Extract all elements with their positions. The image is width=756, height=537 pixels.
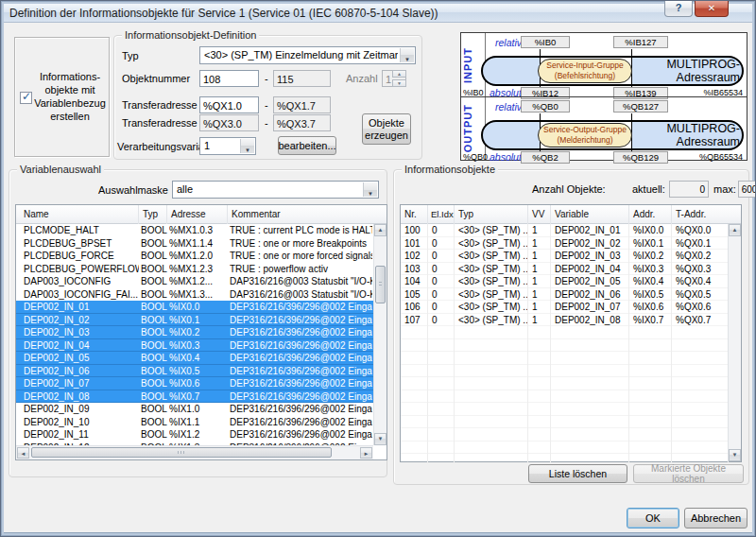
column-header-kommentar[interactable]: Kommentar [228, 205, 373, 224]
column-header-taddr[interactable]: T-Addr. [672, 205, 729, 224]
objekte-table-vscrollbar[interactable]: ▲ ▼ [728, 224, 741, 461]
transfer-rel-from-input[interactable]: %QX1.0 [199, 96, 259, 113]
cell-empty [551, 352, 629, 365]
cell-typ: <30> (SP_TM) ... [455, 224, 528, 237]
diagram-output-section: OUTPUT Service-Output-Gruppe (Meldericht… [461, 96, 747, 160]
cell-empty [629, 428, 672, 442]
cell-empty [629, 365, 672, 378]
objekt-row[interactable]: 1040<30> (SP_TM) ...1DEP002_IN_05%IX0.4%… [401, 275, 729, 288]
typ-dropdown-button[interactable]: ▼ [400, 48, 414, 62]
cell-empty [401, 365, 428, 378]
variable-table-vscrollbar[interactable]: ▲ ▼ [373, 224, 387, 445]
objekte-table-header: Nr. El.Idx. Typ VV Variable Addr. T-Addr… [401, 205, 741, 224]
column-header-nr[interactable]: Nr. [401, 205, 428, 224]
objekt-row[interactable]: 1060<30> (SP_TM) ...1DEP002_IN_07%IX0.6%… [401, 301, 729, 314]
objekte-erzeugen-button[interactable]: Objekte erzeugen [362, 113, 411, 145]
column-header-typ[interactable]: Typ [455, 205, 528, 224]
variable-row[interactable]: DEP002_IN_05BOOL%IX0.4DEP316/216/396/296… [16, 352, 373, 365]
cell-typ: BOOL [141, 263, 168, 276]
cell-kommentar: DAP316/216@003 Statusbit "I/O-Ko. [230, 275, 372, 288]
variable-row[interactable]: DEP002_IN_03BOOL%IX0.2DEP316/216/396/296… [16, 326, 373, 339]
variable-row[interactable]: DEP002_IN_06BOOL%IX0.5DEP316/216/396/296… [16, 365, 373, 378]
cell-adresse: %IX0.4 [169, 352, 228, 365]
objekt-row[interactable]: 1050<30> (SP_TM) ...1DEP002_IN_06%IX0.5%… [401, 288, 729, 302]
cell-empty [551, 416, 629, 429]
vv-dropdown-button[interactable]: ▼ [240, 139, 254, 153]
scroll-right-icon[interactable]: ► [360, 447, 372, 459]
cell-typ: BOOL [141, 416, 168, 429]
vscroll-thumb[interactable] [375, 266, 386, 303]
objekt-row[interactable]: 1020<30> (SP_TM) ...1DEP002_IN_03%IX0.2%… [401, 250, 729, 263]
variable-row[interactable]: DEP002_IN_07BOOL%IX0.6DEP316/216/396/296… [16, 377, 373, 390]
vv-combobox[interactable]: 1 ▼ [199, 137, 256, 155]
objekt-row[interactable]: 1030<30> (SP_TM) ...1DEP002_IN_04%IX0.3%… [401, 263, 729, 276]
cell-empty [455, 352, 528, 365]
variable-row[interactable]: PLCDEBUG_BPSETBOOL%MX1.1.4TRUE : one or … [16, 237, 373, 251]
scroll-up-icon[interactable]: ▲ [374, 224, 387, 236]
anzahl-spinner[interactable]: ▲ ▼ [392, 70, 406, 87]
column-header-addr[interactable]: Addr. [629, 205, 672, 224]
column-header-typ[interactable]: Typ [139, 205, 167, 224]
markierte-loeschen-button[interactable]: Markierte Objekte löschen [633, 464, 744, 483]
scroll-down-icon[interactable]: ▼ [729, 449, 741, 461]
cell-empty [455, 390, 528, 404]
cell-typ: <30> (SP_TM) ... [455, 275, 528, 288]
auswahlmaske-dropdown-button[interactable]: ▼ [363, 182, 377, 197]
cell-addr: %IX0.4 [629, 275, 672, 288]
cell-vv: 1 [528, 263, 551, 276]
cell-empty [401, 390, 428, 404]
spinner-up-icon[interactable]: ▲ [392, 70, 406, 78]
variable-row[interactable]: DEP002_IN_11BOOL%IX1.2DEP316/216/396/296… [16, 428, 373, 442]
auswahlmaske-combobox[interactable]: alle ▼ [172, 181, 379, 199]
variable-row[interactable]: PLCDEBUG_POWERFLOWBOOL%MX1.2.3TRUE : pow… [16, 263, 373, 276]
cell-addr: %IX0.7 [629, 314, 672, 327]
cancel-button[interactable]: Abbrechen [684, 508, 747, 528]
column-header-name[interactable]: Name [16, 205, 139, 224]
scroll-down-icon[interactable]: ▼ [374, 433, 387, 445]
variable-row[interactable]: DEP002_IN_02BOOL%IX0.1DEP316/216/396/296… [16, 314, 373, 327]
variable-row[interactable]: DEP002_IN_10BOOL%IX1.1DEP316/216/396/296… [16, 416, 373, 429]
variable-row[interactable]: DEP002_IN_01BOOL%IX0.0DEP316/216/396/296… [16, 301, 373, 314]
column-header-variable[interactable]: Variable [551, 205, 629, 224]
scroll-left-icon[interactable]: ◄ [17, 447, 29, 459]
cell-empty [551, 454, 629, 463]
ok-button[interactable]: OK [627, 508, 679, 528]
output-side-label: OUTPUT [462, 104, 473, 152]
hscroll-thumb[interactable] [31, 447, 332, 458]
output-adressraum-label: MULTIPROG- Adressraum [634, 122, 740, 148]
aktuell-label: aktuell: [632, 183, 665, 195]
variable-row[interactable]: DEP002_IN_08BOOL%IX0.7DEP316/216/396/296… [16, 390, 373, 404]
cell-adresse: %IX0.7 [169, 390, 228, 404]
liste-loeschen-button[interactable]: Liste löschen [528, 464, 627, 483]
transfer-rel-to-field: %QX1.7 [273, 96, 331, 113]
informationsobjekte-group: Informationsobjekte Anzahl Objekte: aktu… [393, 169, 749, 485]
title-bar[interactable]: Definition der Informationsobjekte für S… [4, 4, 752, 23]
variable-table-hscrollbar[interactable]: ◄ ► [16, 445, 373, 459]
column-header-vv[interactable]: VV [528, 205, 551, 224]
typ-combobox[interactable]: <30> (SP_TM) Einzelmeldung mit Zeitmarke… [199, 46, 416, 64]
close-icon[interactable]: ✕ [695, 1, 729, 17]
help-icon[interactable]: ? [664, 1, 693, 17]
variable-row[interactable]: PLCDEBUG_FORCEBOOL%MX1.2.0TRUE : one or … [16, 250, 373, 263]
bearbeiten-button[interactable]: bearbeiten... [278, 136, 336, 155]
create-objects-checkbox[interactable]: ✓ [20, 92, 32, 104]
empty-row [401, 377, 729, 390]
scroll-up-icon[interactable]: ▲ [729, 224, 741, 236]
spinner-down-icon[interactable]: ▼ [392, 79, 406, 87]
column-header-adresse[interactable]: Adresse [167, 205, 228, 224]
variable-row[interactable]: DEP002_IN_04BOOL%IX0.3DEP316/216/396/296… [16, 339, 373, 353]
objekt-row[interactable]: 1070<30> (SP_TM) ...1DEP002_IN_08%IX0.7%… [401, 314, 729, 327]
column-header-elidx[interactable]: El.Idx. [428, 205, 455, 224]
variable-row[interactable]: DAP003_IOCONFIG_FAI...BOOL%MX1.3...DAP31… [16, 288, 373, 302]
objekt-row[interactable]: 1010<30> (SP_TM) ...1DEP002_IN_02%IX0.1%… [401, 237, 729, 251]
cell-taddr: %QX0.1 [672, 237, 729, 251]
variable-row[interactable]: PLCMODE_HALTBOOL%MX1.0.3TRUE : current P… [16, 224, 373, 237]
cell-name: DEP002_IN_01 [24, 301, 139, 314]
objekt-row[interactable]: 1000<30> (SP_TM) ...1DEP002_IN_01%IX0.0%… [401, 224, 729, 237]
objektnummer-from-input[interactable]: 108 [199, 70, 259, 87]
cell-typ: <30> (SP_TM) ... [455, 250, 528, 263]
variable-row[interactable]: DAP003_IOCONFIGBOOL%MX1.2...DAP316/216@0… [16, 275, 373, 288]
objektnummer-to-field: 115 [273, 70, 331, 87]
cell-adresse: %IX0.3 [169, 339, 228, 353]
variable-row[interactable]: DEP002_IN_09BOOL%IX1.0DEP316/216/396/296… [16, 403, 373, 416]
